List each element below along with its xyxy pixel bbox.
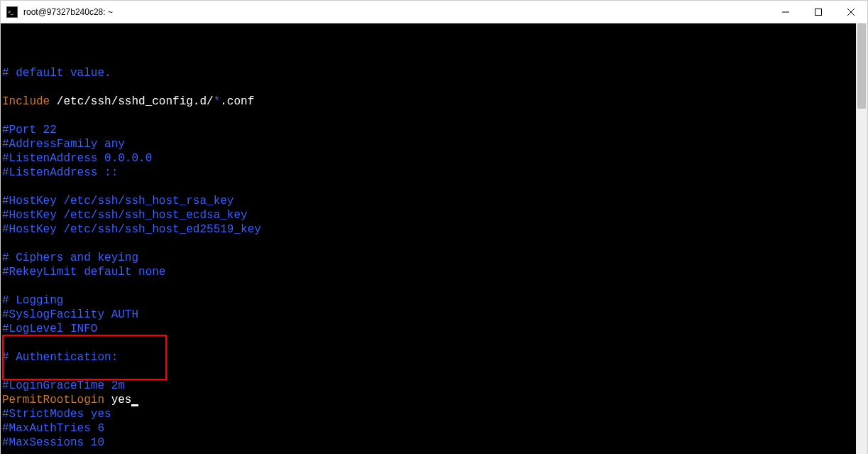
editor-line: # default value. — [2, 66, 855, 80]
editor-line: #ListenAddress :: — [2, 166, 855, 180]
terminal-window: >_ root@97327b240c28: ~ # default value.… — [0, 0, 868, 454]
editor-line: #SyslogFacility AUTH — [2, 308, 855, 322]
editor-line: #LogLevel INFO — [2, 322, 855, 336]
editor-line — [2, 237, 855, 251]
window-controls — [769, 1, 867, 23]
terminal-icon: >_ — [6, 6, 18, 18]
editor-line — [2, 279, 855, 293]
close-button[interactable] — [835, 1, 867, 23]
maximize-button[interactable] — [802, 1, 835, 23]
editor-line — [2, 336, 855, 350]
terminal-content[interactable]: # default value.Include /etc/ssh/sshd_co… — [1, 23, 856, 454]
editor-line: #ListenAddress 0.0.0.0 — [2, 151, 855, 166]
editor-line: #StrictModes yes — [2, 407, 855, 421]
text-cursor — [131, 404, 138, 406]
window-title: root@97327b240c28: ~ — [23, 7, 113, 17]
editor-line: #RekeyLimit default none — [2, 265, 855, 279]
editor-line: PermitRootLogin yes — [2, 393, 855, 407]
vertical-scrollbar[interactable] — [856, 23, 867, 454]
editor-line: #AddressFamily any — [2, 137, 855, 151]
editor-line: #MaxSessions 10 — [2, 436, 855, 450]
editor-line: #Port 22 — [2, 123, 855, 137]
editor-line: #MaxAuthTries 6 — [2, 421, 855, 436]
editor-line — [2, 109, 855, 123]
minimize-button[interactable] — [769, 1, 802, 23]
editor-line — [2, 364, 855, 379]
editor-line: #HostKey /etc/ssh/ssh_host_rsa_key — [2, 194, 855, 208]
editor-line: #HostKey /etc/ssh/ssh_host_ecdsa_key — [2, 208, 855, 222]
terminal-area[interactable]: # default value.Include /etc/ssh/sshd_co… — [1, 23, 867, 454]
svg-rect-3 — [815, 9, 822, 16]
editor-line — [2, 80, 855, 94]
editor-line: # Authentication: — [2, 350, 855, 364]
editor-line: #LoginGraceTime 2m — [2, 379, 855, 393]
svg-text:>_: >_ — [8, 9, 13, 14]
editor-line: #HostKey /etc/ssh/ssh_host_ed25519_key — [2, 222, 855, 237]
editor-line: # Ciphers and keying — [2, 251, 855, 265]
editor-line — [2, 180, 855, 194]
titlebar-left: >_ root@97327b240c28: ~ — [6, 6, 113, 18]
editor-line: # Logging — [2, 293, 855, 308]
scrollbar-thumb[interactable] — [857, 23, 866, 109]
editor-line: Include /etc/ssh/sshd_config.d/*.conf — [2, 94, 855, 109]
titlebar: >_ root@97327b240c28: ~ — [1, 1, 867, 23]
editor-line — [2, 450, 855, 454]
